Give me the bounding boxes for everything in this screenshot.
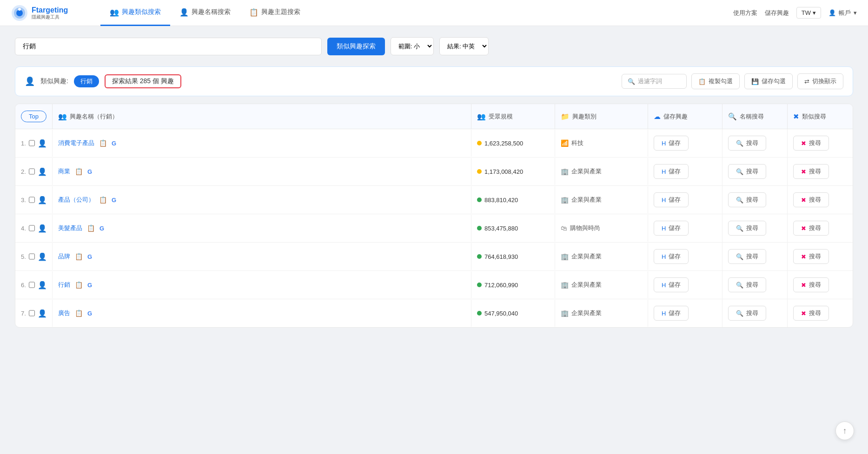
name-search-button-4[interactable]: 🔍 搜尋 xyxy=(728,249,766,264)
row-checkbox-0[interactable] xyxy=(29,140,35,146)
similar-search-button-3[interactable]: ✖ 搜尋 xyxy=(793,221,829,236)
copy-checked-button[interactable]: 📋 複製勾選 xyxy=(691,73,740,89)
copy-icon-3[interactable]: 📋 xyxy=(85,224,97,233)
td-category-3: 🛍 購物與時尚 xyxy=(555,215,648,242)
save-button-6[interactable]: H 儲存 xyxy=(654,306,689,321)
logo-icon xyxy=(11,5,28,21)
interest-name-1[interactable]: 商業 xyxy=(58,167,70,176)
svg-point-3 xyxy=(18,8,21,11)
similar-search-button-5[interactable]: ✖ 搜尋 xyxy=(793,277,829,292)
plan-link[interactable]: 使用方案 xyxy=(733,9,757,17)
td-name-1: 商業 📋 G xyxy=(53,158,471,185)
td-name-search-6: 🔍 搜尋 xyxy=(722,299,788,327)
google-icon-5[interactable]: G xyxy=(87,282,92,289)
name-search-button-3[interactable]: 🔍 搜尋 xyxy=(728,221,766,236)
region-selector[interactable]: TW ▾ xyxy=(796,7,821,19)
similar-search-button-2[interactable]: ✖ 搜尋 xyxy=(793,192,829,207)
audience-dot-3 xyxy=(477,226,482,230)
interest-name-2[interactable]: 產品（公司） xyxy=(58,196,94,204)
google-icon-2[interactable]: G xyxy=(112,197,116,204)
td-save-6: H 儲存 xyxy=(648,299,722,327)
row-checkbox-4[interactable] xyxy=(29,253,35,260)
tab-name-search[interactable]: 👤 興趣名稱搜索 xyxy=(170,0,240,26)
save-button-5[interactable]: H 儲存 xyxy=(654,277,689,292)
google-icon-4[interactable]: G xyxy=(87,253,92,260)
similar-search-button-0[interactable]: ✖ 搜尋 xyxy=(793,136,829,151)
save-icon-1: H xyxy=(662,168,666,175)
td-save-3: H 儲存 xyxy=(648,214,722,242)
name-search-button-2[interactable]: 🔍 搜尋 xyxy=(728,192,766,207)
name-search-icon: 👤 xyxy=(179,8,189,17)
filter-search-wrap[interactable]: 🔍 過濾字詞 xyxy=(622,74,687,89)
table-row: 7. 👤 廣告 📋 G 547,950,040 🏢 企業與產業 H 儲存 🔍 xyxy=(15,299,853,327)
save-button-0[interactable]: H 儲存 xyxy=(654,136,689,151)
row-checkbox-2[interactable] xyxy=(29,197,35,203)
google-icon-3[interactable]: G xyxy=(99,225,104,232)
similar-icon-6: ✖ xyxy=(801,310,806,317)
similar-icon-3: ✖ xyxy=(801,225,806,232)
copy-icon-5[interactable]: 📋 xyxy=(73,280,85,290)
save-icon-2: H xyxy=(662,197,666,204)
similar-search-label-1: 搜尋 xyxy=(809,167,821,176)
switch-btn-label: 切換顯示 xyxy=(812,77,836,86)
switch-display-button[interactable]: ⇄ 切換顯示 xyxy=(797,73,843,89)
name-search-button-0[interactable]: 🔍 搜尋 xyxy=(728,136,766,151)
save-button-3[interactable]: H 儲存 xyxy=(654,221,689,236)
row-number: 6. xyxy=(21,282,26,289)
th-top[interactable]: Top xyxy=(15,104,53,129)
similar-search-button-6[interactable]: ✖ 搜尋 xyxy=(793,306,829,321)
interest-name-0[interactable]: 消費電子產品 xyxy=(58,139,94,147)
google-icon-6[interactable]: G xyxy=(87,310,92,317)
td-category-4: 🏢 企業與產業 xyxy=(555,243,648,270)
row-checkbox-6[interactable] xyxy=(29,310,35,316)
name-search-button-6[interactable]: 🔍 搜尋 xyxy=(728,306,766,321)
name-search-mag-icon-4: 🔍 xyxy=(736,253,743,260)
svg-point-2 xyxy=(16,10,23,16)
tab-similar-search[interactable]: 👥 興趣類似搜索 xyxy=(100,0,170,26)
save-label-5: 儲存 xyxy=(669,281,681,289)
copy-icon-0[interactable]: 📋 xyxy=(97,138,109,148)
name-search-button-1[interactable]: 🔍 搜尋 xyxy=(728,164,766,179)
filter-tag[interactable]: 行銷 xyxy=(74,75,99,87)
account-button[interactable]: 👤 帳戶 ▾ xyxy=(828,9,857,17)
save-button-1[interactable]: H 儲存 xyxy=(654,164,689,179)
save-checked-button[interactable]: 💾 儲存勾選 xyxy=(744,73,793,89)
td-similar-search-2: ✖ 搜尋 xyxy=(788,186,853,214)
result-select[interactable]: 結果: 中英 xyxy=(439,37,489,55)
name-search-label-4: 搜尋 xyxy=(746,252,758,261)
interest-name-6[interactable]: 廣告 xyxy=(58,309,70,317)
similar-icon-0: ✖ xyxy=(801,140,806,147)
copy-icon-4[interactable]: 📋 xyxy=(73,252,85,261)
top-badge[interactable]: Top xyxy=(21,111,46,122)
td-save-4: H 儲存 xyxy=(648,243,722,270)
save-interest-link[interactable]: 儲存興趣 xyxy=(765,9,789,17)
save-button-4[interactable]: H 儲存 xyxy=(654,249,689,264)
row-checkbox-1[interactable] xyxy=(29,168,35,175)
google-icon-1[interactable]: G xyxy=(87,168,92,175)
td-audience-2: 883,810,420 xyxy=(471,186,555,213)
th-name-icon: 👥 xyxy=(58,112,67,121)
interest-name-3[interactable]: 美髮產品 xyxy=(58,224,82,232)
similar-search-button-1[interactable]: ✖ 搜尋 xyxy=(793,164,829,179)
save-btn-label: 儲存勾選 xyxy=(762,77,786,86)
td-save-0: H 儲存 xyxy=(648,129,722,157)
scope-select[interactable]: 範圍: 小 xyxy=(391,37,434,55)
copy-icon-1[interactable]: 📋 xyxy=(73,167,85,176)
td-category-5: 🏢 企業與產業 xyxy=(555,271,648,298)
copy-icon-6[interactable]: 📋 xyxy=(73,309,85,318)
interest-name-4[interactable]: 品牌 xyxy=(58,252,70,261)
td-name-3: 美髮產品 📋 G xyxy=(53,215,471,242)
save-button-2[interactable]: H 儲存 xyxy=(654,192,689,207)
search-input[interactable] xyxy=(15,38,322,55)
save-label-2: 儲存 xyxy=(669,196,681,204)
interest-name-5[interactable]: 行銷 xyxy=(58,281,70,289)
td-name-0: 消費電子產品 📋 G xyxy=(53,130,471,157)
similar-search-button[interactable]: 類似興趣探索 xyxy=(327,38,385,55)
copy-icon-2[interactable]: 📋 xyxy=(97,195,109,204)
row-checkbox-3[interactable] xyxy=(29,225,35,231)
tab-topic-search[interactable]: 📋 興趣主題搜索 xyxy=(240,0,310,26)
name-search-button-5[interactable]: 🔍 搜尋 xyxy=(728,277,766,292)
row-checkbox-5[interactable] xyxy=(29,282,35,288)
google-icon-0[interactable]: G xyxy=(112,140,116,147)
similar-search-button-4[interactable]: ✖ 搜尋 xyxy=(793,249,829,264)
